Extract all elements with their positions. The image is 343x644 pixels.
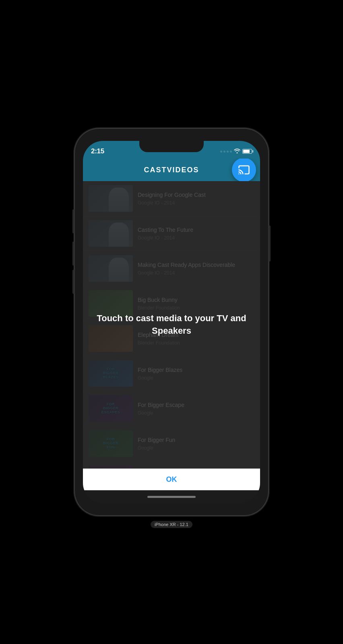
title-videos: VIDEOS	[167, 166, 199, 174]
ok-bar: OK	[83, 469, 260, 490]
status-time: 2:15	[91, 147, 104, 155]
signal-dots-icon	[220, 151, 232, 153]
ok-button[interactable]: OK	[83, 469, 260, 490]
cast-button[interactable]	[232, 158, 256, 182]
app-header: CASTVIDEOS	[83, 159, 260, 181]
status-icons	[220, 148, 252, 155]
wifi-icon	[234, 148, 240, 155]
battery-icon	[242, 149, 252, 154]
video-list[interactable]: Designing For Google Cast Google IO - 20…	[83, 181, 260, 469]
cast-tooltip-overlay[interactable]: Touch to cast media to your TV and Speak…	[83, 181, 260, 469]
phone-label: iPhone XR - 12.1	[151, 521, 192, 528]
cast-icon	[238, 164, 250, 176]
title-cast: CAST	[144, 166, 167, 174]
app-title: CASTVIDEOS	[144, 166, 199, 174]
phone-screen: 2:15	[83, 141, 260, 503]
phone-frame: 2:15	[75, 129, 268, 515]
cast-tooltip-text: Touch to cast media to your TV and Speak…	[83, 312, 260, 337]
notch	[139, 141, 204, 152]
home-indicator-area	[83, 490, 260, 503]
home-indicator	[147, 496, 196, 498]
